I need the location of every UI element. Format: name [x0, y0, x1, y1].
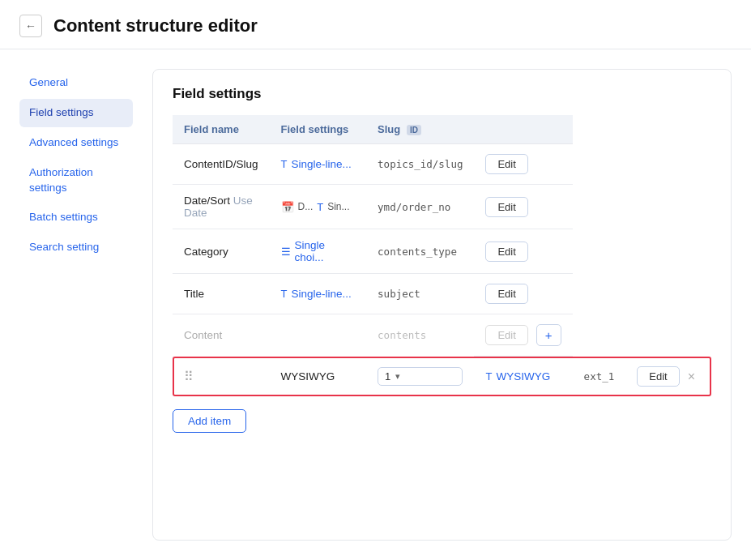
sidebar: General Field settings Advanced settings…	[19, 69, 133, 541]
field-type: T Single-line...	[281, 158, 356, 170]
wysiwyg-number-cell: 1 ▾	[366, 357, 474, 396]
add-item-button[interactable]: Add item	[173, 409, 246, 433]
field-name-cell: Date/Sort Use Date	[173, 185, 270, 229]
close-button[interactable]: ×	[683, 368, 700, 386]
field-name-text: Title	[184, 288, 204, 300]
field-name-text: WYSIWYG	[281, 370, 335, 383]
field-name-text: Date/Sort	[184, 195, 230, 207]
slug-cell: contents_type	[366, 229, 474, 274]
panel-title: Field settings	[173, 86, 711, 102]
page-title: Content structure editor	[53, 15, 258, 36]
field-type-label: Single choi...	[295, 239, 356, 263]
col-slug: Slug ID	[366, 115, 474, 144]
slug-cell: contents	[366, 314, 474, 357]
list-icon: ☰	[281, 246, 291, 258]
field-type: 📅 D... T Sin...	[281, 201, 356, 213]
actions-cell: Edit	[474, 185, 572, 229]
slug-cell: subject	[366, 274, 474, 314]
number-select[interactable]: 1 ▾	[378, 367, 463, 386]
edit-button[interactable]: Edit	[485, 242, 527, 262]
slug-cell: topics_id/slug	[366, 144, 474, 185]
field-settings-table: Field name Field settings Slug ID Conten…	[173, 115, 711, 396]
field-type-cell: T Single-line...	[270, 144, 367, 185]
edit-button[interactable]: Edit	[485, 154, 527, 174]
wysiwyg-slug-cell: ext_1	[573, 357, 626, 396]
sidebar-item-search-setting[interactable]: Search setting	[19, 233, 133, 262]
field-name-cell: Title	[173, 274, 270, 314]
wysiwyg-row: ⠿ WYSIWYG 1 ▾ T	[173, 357, 711, 396]
sidebar-item-batch-settings[interactable]: Batch settings	[19, 203, 133, 232]
text-icon: T	[281, 158, 288, 170]
table-row: ContentID/Slug T Single-line... topics_i…	[173, 144, 711, 185]
back-icon: ←	[25, 19, 36, 32]
field-name-cell: Category	[173, 229, 270, 274]
edit-button[interactable]: Edit	[485, 284, 527, 304]
content-area: General Field settings Advanced settings…	[0, 49, 751, 560]
slug-cell: ymd/order_no	[366, 185, 474, 229]
field-type-label: WYSIWYG	[496, 370, 550, 383]
number-value: 1	[385, 370, 390, 383]
field-name-cell: ContentID/Slug	[173, 144, 270, 185]
field-type: ☰ Single choi...	[281, 239, 356, 263]
col-field-settings: Field settings	[270, 115, 367, 144]
actions-cell: Edit	[474, 144, 572, 185]
id-badge: ID	[407, 125, 421, 135]
actions-cell: Edit	[474, 274, 572, 314]
field-name-text: ContentID/Slug	[184, 158, 258, 170]
field-type-label: Single-line...	[292, 288, 352, 300]
sidebar-item-advanced-settings[interactable]: Advanced settings	[19, 129, 133, 157]
sidebar-item-general[interactable]: General	[19, 69, 133, 97]
field-type-cell	[270, 314, 367, 357]
field-type-cell: ☰ Single choi...	[270, 229, 367, 274]
edit-button[interactable]: Edit	[637, 366, 679, 387]
actions-cell: Edit +	[474, 314, 572, 357]
text-icon: T	[281, 288, 288, 300]
main-panel: Field settings Field name Field settings…	[152, 69, 732, 541]
field-type-cell: 📅 D... T Sin...	[270, 185, 367, 229]
table-row: Date/Sort Use Date 📅 D... T Sin...	[173, 185, 711, 229]
field-type: T WYSIWYG	[485, 370, 561, 383]
field-type: T Single-line...	[281, 288, 356, 300]
field-type-cell: T Single-line...	[270, 274, 367, 314]
table-row: Category ☰ Single choi... contents_type	[173, 229, 711, 274]
text-icon: T	[485, 370, 492, 383]
field-name-text: Content	[184, 329, 222, 341]
wysiwyg-name-cell: WYSIWYG	[270, 357, 367, 396]
col-field-name: Field name	[173, 115, 270, 144]
calendar-icon: 📅	[281, 201, 294, 213]
chevron-down-icon: ▾	[395, 371, 400, 382]
sidebar-item-authorization-settings[interactable]: Authorization settings	[19, 159, 133, 203]
wysiwyg-actions-cell: Edit ×	[625, 357, 711, 396]
wysiwyg-drag-cell: ⠿	[173, 357, 270, 396]
slug-value: subject	[378, 288, 420, 300]
edit-button[interactable]: Edit	[485, 197, 527, 217]
slug-value: ymd/order_no	[378, 201, 450, 213]
back-button[interactable]: ←	[19, 15, 42, 37]
add-field-button[interactable]: +	[536, 324, 561, 346]
wysiwyg-type-cell: T WYSIWYG	[474, 357, 572, 396]
field-name-cell: Content	[173, 314, 270, 357]
sidebar-item-field-settings[interactable]: Field settings	[19, 99, 133, 127]
text-icon: T	[317, 201, 323, 213]
field-name-text: Category	[184, 246, 228, 258]
table-row: Title T Single-line... subject E	[173, 274, 711, 314]
slug-value: ext_1	[584, 370, 615, 383]
header: ← Content structure editor	[0, 0, 751, 49]
slug-value: contents	[378, 329, 426, 341]
slug-value: topics_id/slug	[378, 158, 463, 170]
table-row: Content contents Edit +	[173, 314, 711, 357]
col-actions	[474, 115, 572, 144]
page-wrapper: ← Content structure editor General Field…	[0, 0, 751, 560]
slug-value: contents_type	[378, 246, 457, 258]
edit-button-disabled[interactable]: Edit	[485, 325, 527, 345]
drag-handle-icon[interactable]: ⠿	[184, 370, 194, 383]
field-type-label: Single-line...	[292, 158, 352, 170]
actions-cell: Edit	[474, 229, 572, 274]
